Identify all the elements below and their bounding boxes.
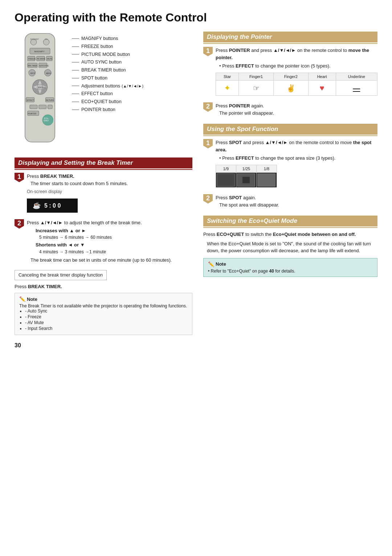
- eco-page-ref: 40: [269, 269, 274, 274]
- step2-number: 2: [15, 219, 24, 229]
- page-title: Operating with the Remote Control: [15, 11, 377, 24]
- svg-rect-33: [39, 105, 46, 109]
- step2-bullet: The break time can be set in units of on…: [30, 257, 192, 264]
- spot-step2-bullet: The spot area will disappear.: [219, 201, 377, 209]
- remote-diagram-area: STANDBY ON MAGNIFY FREEZE PIC.MODE MUTE: [15, 32, 192, 149]
- spot-step1-bullet: • Press EFFECT to change the spot area s…: [219, 155, 377, 162]
- break-timer-note: ✏️ Note The Break Timer is not available…: [15, 293, 192, 335]
- svg-text:RETURN: RETURN: [46, 99, 54, 101]
- svg-text:ECO+: ECO+: [44, 118, 49, 119]
- note-item-1: - Auto Sync: [25, 308, 188, 314]
- pointer-icon-finger2: ✌: [273, 81, 308, 96]
- spot-steps: 1 Press SPOT and press ▲/▼/◄/► on the re…: [203, 139, 377, 208]
- label-magnify: MAGNIFY buttons: [72, 35, 192, 42]
- eco-note-icon: ✏️: [208, 261, 214, 267]
- svg-text:PIC.MODE: PIC.MODE: [37, 58, 45, 60]
- page-number: 30: [15, 342, 192, 349]
- timer-value: 5 : 0 0: [44, 201, 61, 210]
- note-title: ✏️ Note: [19, 296, 188, 302]
- note-item-4: - Input Search: [25, 326, 188, 331]
- label-pointer: POINTER button: [72, 106, 192, 113]
- svg-text:POINTER: POINTER: [28, 113, 36, 115]
- spot-col-8th: 1/8: [257, 165, 277, 173]
- spot-step2-content: Press SPOT again. The spot area will dis…: [216, 194, 377, 208]
- label-adjustment: Adjustment buttons (▲/▼/◄/►): [72, 83, 192, 90]
- label-eco-quiet: ECO+QUIET button: [72, 98, 192, 105]
- break-timer-bold2: BREAK TIMER.: [28, 284, 62, 289]
- left-column: STANDBY ON MAGNIFY FREEZE PIC.MODE MUTE: [15, 32, 192, 349]
- pointer-step2-num: 2: [203, 102, 213, 112]
- spot-step1-content: Press SPOT and press ▲/▼/◄/► on the remo…: [216, 139, 377, 191]
- remote-svg: STANDBY ON MAGNIFY FREEZE PIC.MODE MUTE: [15, 32, 65, 148]
- pointer-step1-bullet: • Press EFFECT to change the pointer ico…: [219, 62, 377, 70]
- pointer-col-underline: Underline: [336, 73, 377, 81]
- step1-bullet: The timer starts to count down from 5 mi…: [30, 180, 192, 187]
- svg-rect-32: [30, 105, 37, 109]
- svg-rect-34: [48, 105, 52, 109]
- increases-detail: 5 minutes → 6 minutes → 60 minutes: [39, 234, 192, 241]
- eco-quiet-note: ✏️ Note • Refer to "Eco+Quiet" on page 4…: [203, 258, 377, 277]
- spot-step1: 1 Press SPOT and press ▲/▼/◄/► on the re…: [203, 139, 377, 191]
- label-spot: SPOT button: [72, 75, 192, 82]
- spot-col-ninth: 1/9: [216, 165, 236, 173]
- pointer-step1-num: 1: [203, 47, 213, 56]
- spot-step1-num: 1: [203, 139, 213, 148]
- pointer-col-heart: Heart: [308, 73, 336, 81]
- spot-block-25th: [236, 173, 257, 188]
- spot-sizes-table: 1/9 1/25 1/8: [216, 165, 277, 188]
- cancel-label: Canceling the break timer display functi…: [19, 273, 103, 278]
- right-column: Displaying the Pointer 1 Press POINTER a…: [203, 32, 377, 349]
- shortens-detail: 4 minutes → 3 minutes →1 minute: [39, 249, 192, 255]
- pointer-icon-star: ✦: [216, 81, 239, 96]
- pointer-step1: 1 Press POINTER and press ▲/▼/◄/► on the…: [203, 47, 377, 99]
- pointer-col-star: Star: [216, 73, 239, 81]
- pointer-steps: 1 Press POINTER and press ▲/▼/◄/► on the…: [203, 47, 377, 116]
- spot-step2-num: 2: [203, 194, 213, 204]
- shortens-title: Shortens with ◄ or ▼: [36, 241, 192, 249]
- svg-text:FREEZE: FREEZE: [28, 58, 36, 60]
- pointer-step2-bullet: The pointer will disappear.: [219, 110, 377, 117]
- displaying-pointer-section: Displaying the Pointer 1 Press POINTER a…: [203, 32, 377, 116]
- break-timer-steps: 1 Press BREAK TIMER. The timer starts to…: [15, 173, 192, 263]
- eco-note-text: • Refer to "Eco+Quiet" on page 40 for de…: [208, 269, 373, 274]
- step1-number: 1: [15, 173, 24, 182]
- step1-label: Press: [27, 173, 40, 179]
- label-auto-sync: AUTO SYNC button: [72, 59, 192, 66]
- spot-step2: 2 Press SPOT again. The spot area will d…: [203, 194, 377, 208]
- note-icon: ✏️: [19, 296, 25, 302]
- svg-text:QUIET: QUIET: [44, 120, 49, 122]
- pointer-col-finger2: Finger2: [273, 73, 308, 81]
- eco-quiet-main: Press ECO+QUIET to switch the Eco+Quiet …: [203, 231, 377, 254]
- svg-text:MAGNIFY: MAGNIFY: [34, 50, 45, 53]
- label-effect: EFFECT button: [72, 90, 192, 97]
- timer-icon: ☕: [33, 201, 41, 210]
- pointer-step1-content: Press POINTER and press ▲/▼/◄/► on the r…: [216, 47, 377, 99]
- onscreen-label: On-screen display: [27, 188, 192, 195]
- break-timer-header: Displaying and Setting the Break Timer: [15, 158, 192, 168]
- cancel-box: Canceling the break timer display functi…: [15, 270, 107, 280]
- remote-labels: MAGNIFY buttons FREEZE button PICTURE MO…: [72, 32, 192, 149]
- svg-text:EFFECT: EFFECT: [27, 99, 34, 101]
- svg-text:BRK TIMER: BRK TIMER: [28, 65, 37, 67]
- spot-col-25th: 1/25: [236, 165, 257, 173]
- svg-text:MENU: MENU: [46, 72, 52, 74]
- eco-quiet-bullet: When the Eco+Quiet Mode is set to "ON", …: [207, 240, 377, 254]
- label-picture-mode: PICTURE MODE button: [72, 51, 192, 58]
- increases-section: Increases with ▲ or ► 5 minutes → 6 minu…: [30, 227, 192, 241]
- pointer-icon-heart: ♥: [308, 81, 336, 96]
- increases-title: Increases with ▲ or ►: [36, 227, 192, 234]
- break-timer-bold: BREAK TIMER.: [40, 173, 74, 179]
- displaying-pointer-header: Displaying the Pointer: [203, 32, 377, 42]
- break-timer-step2: 2 Press ▲/▼/◄/► to adjust the length of …: [15, 219, 192, 263]
- pointer-step2: 2 Press POINTER again. The pointer will …: [203, 102, 377, 116]
- eco-quiet-header: Switching the Eco+Quiet Mode: [203, 216, 377, 226]
- svg-text:ENTER: ENTER: [38, 86, 46, 89]
- label-break-timer: BREAK TIMER button: [72, 67, 192, 74]
- spot-function-header: Using the Spot Function: [203, 124, 377, 135]
- svg-text:AUTO SYNC: AUTO SYNC: [39, 65, 49, 67]
- step1-content: Press BREAK TIMER. The timer starts to c…: [27, 173, 192, 216]
- shortens-section: Shortens with ◄ or ▼ 4 minutes → 3 minut…: [30, 241, 192, 255]
- pointer-icon-underline: —: [336, 81, 377, 96]
- svg-text:ON: ON: [45, 38, 48, 40]
- note-item-3: - AV Mute: [25, 320, 188, 325]
